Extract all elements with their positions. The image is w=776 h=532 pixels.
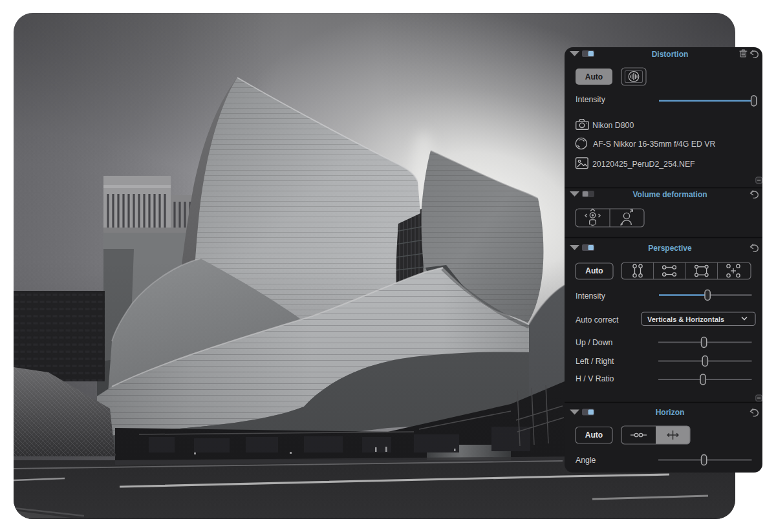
- svg-text:Angle: Angle: [576, 456, 596, 465]
- svg-text:Distortion: Distortion: [652, 50, 689, 59]
- svg-text:Nikon D800: Nikon D800: [592, 121, 634, 130]
- svg-text:H / V Ratio: H / V Ratio: [576, 374, 614, 383]
- svg-text:20120425_PeruD2_254.NEF: 20120425_PeruD2_254.NEF: [592, 160, 695, 169]
- svg-text:AF-S Nikkor 16-35mm f/4G ED VR: AF-S Nikkor 16-35mm f/4G ED VR: [593, 140, 715, 149]
- svg-text:Auto: Auto: [585, 72, 603, 81]
- svg-text:Left / Right: Left / Right: [576, 357, 614, 366]
- svg-text:Auto: Auto: [585, 431, 603, 440]
- svg-text:Auto: Auto: [585, 266, 603, 275]
- svg-text:Perspective: Perspective: [648, 244, 692, 253]
- svg-text:Intensity: Intensity: [576, 292, 606, 301]
- svg-text:Auto correct: Auto correct: [576, 315, 619, 325]
- svg-text:Volume deformation: Volume deformation: [632, 190, 707, 199]
- svg-text:Intensity: Intensity: [576, 95, 606, 104]
- svg-text:Verticals & Horizontals: Verticals & Horizontals: [647, 315, 724, 323]
- svg-text:Horizon: Horizon: [656, 408, 685, 417]
- svg-text:Up / Down: Up / Down: [576, 338, 613, 347]
